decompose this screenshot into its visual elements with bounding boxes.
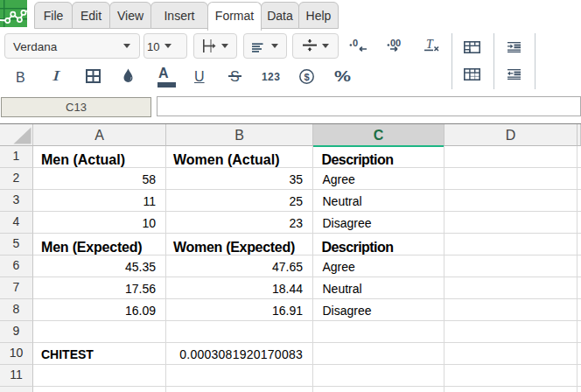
svg-text:0: 0 [353, 38, 358, 48]
svg-text:T: T [426, 38, 434, 51]
svg-text:00: 00 [390, 38, 401, 48]
svg-text:$: $ [304, 72, 309, 82]
